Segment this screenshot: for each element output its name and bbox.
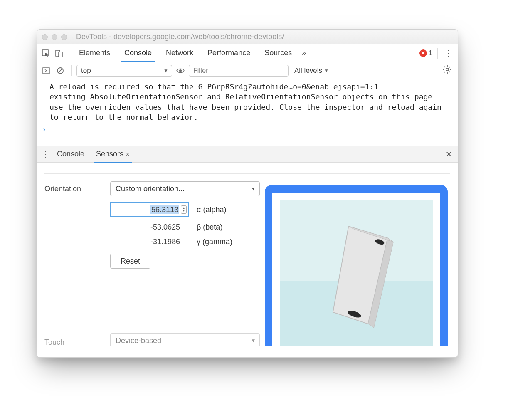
chevron-down-icon: ▼ <box>247 182 259 196</box>
console-sidebar-toggle-icon[interactable] <box>40 65 52 77</box>
orientation-preset-value: Custom orientation... <box>111 185 247 193</box>
live-expression-icon[interactable] <box>175 65 186 77</box>
console-toolbar: top ▼ All levels ▼ <box>37 62 458 79</box>
console-output: A reload is required so that the G P6rpR… <box>37 79 458 146</box>
tab-console[interactable]: Console <box>118 44 158 62</box>
console-message-source-link[interactable]: G P6rpRSr4g?autohide…o=0&enablejsapi=1:1 <box>198 82 378 91</box>
alpha-value: 56.3113 <box>150 205 179 214</box>
number-stepper-icon[interactable]: ▲▼ <box>181 205 187 214</box>
execution-context-select[interactable]: top ▼ <box>76 65 172 77</box>
chevron-down-icon: ▼ <box>163 68 168 74</box>
close-tab-icon[interactable]: × <box>126 151 129 158</box>
drawer-tabbar: ⋮ Console Sensors × ✕ <box>37 146 458 163</box>
error-count: 1 <box>429 49 432 57</box>
svg-point-6 <box>179 69 182 72</box>
svg-point-7 <box>446 68 449 71</box>
tab-console-label: Console <box>124 49 152 57</box>
console-settings-gear-icon[interactable] <box>443 65 454 76</box>
phone-3d-icon <box>295 215 417 332</box>
drawer-tab-sensors[interactable]: Sensors × <box>90 146 135 163</box>
touch-select[interactable]: Device-based ▼ <box>110 333 260 346</box>
traffic-close[interactable] <box>42 34 48 40</box>
window-title: DevTools - developers.google.com/web/too… <box>71 32 453 41</box>
drawer-tab-console[interactable]: Console <box>51 146 90 163</box>
main-menu-kebab-icon[interactable]: ⋮ <box>443 47 454 59</box>
beta-value[interactable]: -53.0625 <box>110 223 189 232</box>
tab-sources[interactable]: Sources <box>258 44 298 62</box>
chevron-down-icon: ▼ <box>324 68 329 74</box>
alpha-label: α (alpha) <box>197 205 226 214</box>
traffic-lights <box>42 34 67 40</box>
gamma-label: γ (gamma) <box>197 237 232 246</box>
execution-context-label: top <box>81 67 91 75</box>
error-count-badge[interactable]: ✕ 1 <box>419 49 432 57</box>
touch-section: Touch Device-based ▼ <box>44 333 260 346</box>
tab-performance-label: Performance <box>207 49 250 57</box>
drawer-tab-sensors-label: Sensors <box>96 150 123 158</box>
tab-elements-label: Elements <box>79 49 110 57</box>
orientation-label: Orientation <box>44 181 99 193</box>
orientation-preview-highlight <box>265 185 448 346</box>
reset-button[interactable]: Reset <box>110 254 150 269</box>
tab-performance[interactable]: Performance <box>201 44 257 62</box>
clear-console-icon[interactable] <box>54 65 66 77</box>
drawer-menu-kebab-icon[interactable]: ⋮ <box>39 148 51 160</box>
toggle-device-toolbar-icon[interactable] <box>53 47 65 59</box>
log-levels-label: All levels <box>294 67 322 75</box>
orientation-preset-select[interactable]: Custom orientation... ▼ <box>110 181 260 196</box>
drawer-tab-console-label: Console <box>57 150 84 158</box>
console-message-text: A reload is required so that the <box>49 82 198 91</box>
orientation-preview-scene[interactable] <box>280 200 433 346</box>
tabs-overflow[interactable]: » <box>299 49 308 57</box>
svg-line-14 <box>444 72 445 72</box>
touch-label: Touch <box>44 335 99 346</box>
panel-tabbar: Elements Console Network Performance Sou… <box>37 44 458 62</box>
touch-select-value: Device-based <box>111 336 247 345</box>
svg-rect-2 <box>59 52 62 57</box>
tab-sources-label: Sources <box>264 49 292 57</box>
log-levels-select[interactable]: All levels ▼ <box>291 67 332 75</box>
devtools-window: DevTools - developers.google.com/web/too… <box>37 29 458 358</box>
drawer-close-icon[interactable]: ✕ <box>442 148 455 161</box>
svg-line-13 <box>449 72 450 72</box>
tab-network[interactable]: Network <box>159 44 200 62</box>
svg-line-15 <box>449 67 450 67</box>
sensors-panel: Orientation Custom orientation... ▼ 56.3… <box>37 163 458 346</box>
window-titlebar: DevTools - developers.google.com/web/too… <box>37 30 458 44</box>
console-prompt[interactable]: › <box>37 123 458 135</box>
svg-line-5 <box>58 69 62 73</box>
tab-network-label: Network <box>166 49 193 57</box>
inspect-element-icon[interactable] <box>39 47 52 59</box>
prompt-chevron-icon: › <box>42 125 47 133</box>
console-message-text-rest: existing AbsoluteOrientationSensor and R… <box>49 92 442 121</box>
traffic-zoom[interactable] <box>61 34 67 40</box>
traffic-minimize[interactable] <box>52 34 57 40</box>
gamma-value[interactable]: -31.1986 <box>110 237 189 246</box>
svg-line-12 <box>444 67 445 67</box>
console-filter-input[interactable] <box>189 65 289 77</box>
chevron-down-icon: ▼ <box>247 334 259 346</box>
tab-elements[interactable]: Elements <box>72 44 117 62</box>
alpha-input[interactable]: 56.3113 ▲▼ <box>110 202 189 217</box>
error-icon: ✕ <box>419 49 427 57</box>
beta-label: β (beta) <box>197 223 222 232</box>
console-message: A reload is required so that the G P6rpR… <box>37 81 458 123</box>
